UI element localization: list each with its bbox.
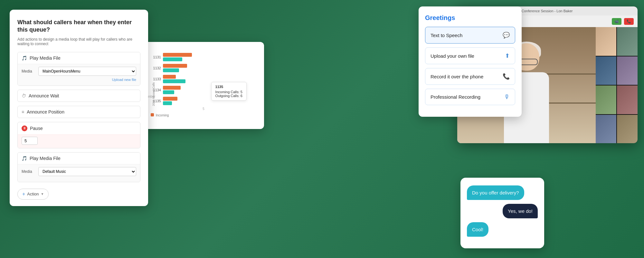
tooltip-line1: Incoming Calls: 5	[215, 90, 242, 94]
chat-bubble-3: Cool!	[467, 222, 488, 237]
pause-header: ⏸ Pause	[18, 122, 140, 134]
media-row-2: Media Default Music	[22, 167, 136, 176]
action-block-play-media-1: 🎵 Play Media File Media MainOpenHoursMen…	[17, 52, 140, 86]
tts-label: Text to Speech	[431, 33, 462, 38]
bar-teal-1132	[163, 68, 179, 72]
media-row-1: Media MainOpenHoursMenu	[22, 67, 136, 76]
participant-cell-3	[596, 56, 616, 85]
bar-orange-1131	[163, 53, 192, 57]
announce-wait-label: Announce Wait	[29, 93, 59, 98]
queue-settings-card: What should callers hear when they enter…	[10, 10, 148, 206]
video-call-button[interactable]: 📹	[612, 18, 621, 25]
clock-icon: ⏱	[22, 93, 26, 98]
end-call-button[interactable]: 📞	[624, 18, 634, 25]
bar-orange-1135	[163, 97, 177, 101]
x-axis-label: 5	[151, 107, 256, 111]
play-media-label-1: Play Media File	[30, 55, 61, 61]
music-icon-2: 🎵	[22, 156, 27, 161]
bar-teal-1135	[163, 101, 172, 105]
bar-chart-section: Queue Number 1131 1132 1133	[144, 50, 256, 121]
participant-cell-2	[617, 27, 638, 56]
bar-orange-1133	[163, 75, 176, 79]
bar-row-1132: 1132	[151, 64, 256, 72]
action-btn-label: Action	[27, 192, 39, 196]
media-select-1[interactable]: MainOpenHoursMenu	[38, 67, 136, 76]
media-select-2[interactable]: Default Music	[38, 167, 136, 176]
play-media-label-2: Play Media File	[30, 156, 61, 161]
queue-title: What should callers hear when they enter…	[17, 19, 140, 34]
professional-label: Professional Recording	[431, 94, 480, 100]
upload-icon: ⬆	[505, 52, 510, 59]
chevron-down-icon: ▼	[41, 192, 44, 196]
participant-cell-4	[617, 56, 638, 85]
pause-value-input[interactable]	[22, 137, 38, 145]
pause-label: Pause	[30, 126, 43, 131]
missed-calls-vertical-label: 2096 Missed Calls	[152, 82, 155, 106]
announce-wait-block: ⏱ Announce Wait	[17, 90, 140, 102]
upload-link-1[interactable]: Upload new file	[22, 78, 136, 82]
greeting-option-record[interactable]: Record it over the phone 📞	[425, 68, 515, 85]
pause-block: ⏸ Pause	[17, 122, 140, 148]
chat-card: Do you offer delivery? Yes, we do! Cool!	[460, 178, 544, 248]
legend-dot-incoming	[151, 113, 154, 116]
action-body-play-media-2: Media Default Music	[18, 164, 140, 182]
pause-icon: ⏸	[22, 125, 27, 131]
media-label-2: Media	[22, 169, 35, 174]
video-title: Conference Session - Lon Baker	[522, 9, 573, 13]
greetings-title: Greetings	[425, 14, 515, 22]
greeting-option-professional[interactable]: Professional Recording 🎙	[425, 89, 515, 105]
participant-cell-8	[617, 115, 638, 144]
action-body-play-media-1: Media MainOpenHoursMenu Upload new file	[18, 64, 140, 85]
action-header-play-media-2: 🎵 Play Media File	[18, 153, 140, 164]
upload-label: Upload your own file	[431, 53, 474, 59]
participant-cell-7	[596, 115, 616, 144]
announce-position-block: ≡ Announce Position	[17, 106, 140, 118]
record-label: Record it over the phone	[431, 74, 483, 79]
tooltip-line2: Outgoing Calls: 6	[215, 94, 242, 98]
bar-orange-1132	[163, 64, 187, 68]
action-header-play-media-1: 🎵 Play Media File	[18, 52, 140, 64]
participant-cell-6	[617, 85, 638, 114]
legend-incoming: Incoming	[151, 113, 169, 117]
queue-subtitle: Add actions to design a media loop that …	[17, 37, 140, 46]
greetings-card: Greetings Text to Speech 💬 Upload your o…	[419, 6, 522, 117]
participant-grid	[596, 27, 638, 143]
professional-icon: 🎙	[504, 94, 510, 100]
bar-teal-1134	[163, 90, 174, 94]
pause-body	[18, 134, 140, 148]
chat-bubble-2: Yes, we do!	[503, 204, 538, 218]
bar-orange-1134	[163, 86, 181, 90]
music-icon-1: 🎵	[22, 55, 27, 61]
chart-legend: Incoming	[151, 113, 256, 117]
bar-teal-1133	[163, 79, 185, 83]
announce-position-label: Announce Position	[27, 109, 64, 114]
chat-messages: Do you offer delivery? Yes, we do! Cool!	[467, 185, 538, 241]
list-icon: ≡	[22, 109, 24, 114]
record-icon: 📞	[503, 73, 510, 80]
participant-cell-1	[596, 27, 616, 56]
bar-row-1131: 1131	[151, 53, 256, 61]
tooltip-title: 1135	[215, 85, 242, 89]
bar-teal-1131	[163, 57, 182, 61]
action-block-play-media-2: 🎵 Play Media File Media Default Music	[17, 152, 140, 182]
add-action-button[interactable]: + Action ▼	[17, 189, 49, 200]
greeting-option-upload[interactable]: Upload your own file ⬆	[425, 47, 515, 64]
participant-cell-5	[596, 85, 616, 114]
greeting-option-tts[interactable]: Text to Speech 💬	[425, 27, 515, 44]
chat-bubble-1: Do you offer delivery?	[467, 185, 524, 200]
plus-icon: +	[22, 191, 25, 197]
media-label-1: Media	[22, 69, 35, 74]
tts-icon: 💬	[503, 32, 510, 39]
chart-tooltip: 1135 Incoming Calls: 5 Outgoing Calls: 6	[211, 82, 247, 101]
